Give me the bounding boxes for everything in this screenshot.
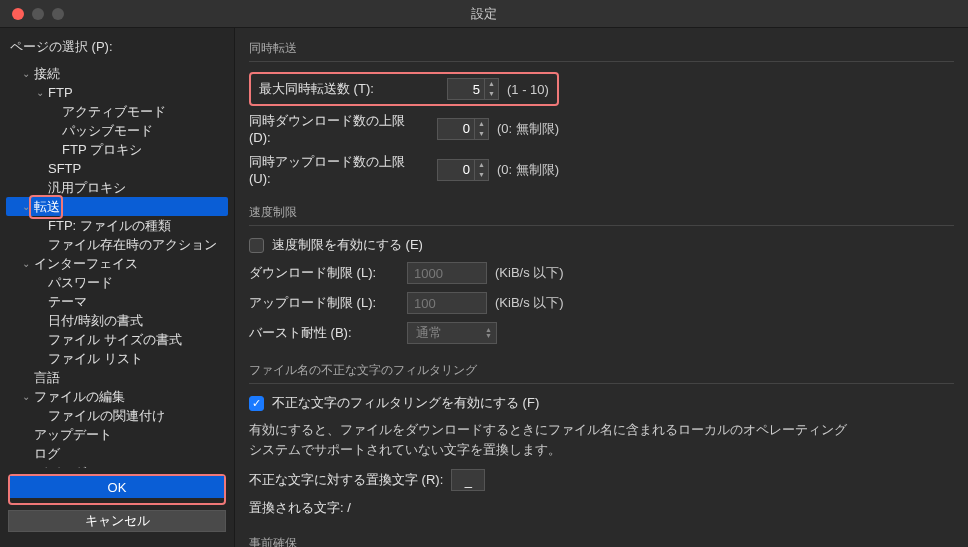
speed-enable-label: 速度制限を有効にする (E) <box>272 236 423 254</box>
tree-item-0[interactable]: ⌄接続 <box>6 64 228 83</box>
tree-item-7[interactable]: ⌄転送 <box>6 197 228 216</box>
tree-item-11[interactable]: パスワード <box>6 273 228 292</box>
tree-item-label: FTP プロキシ <box>60 141 142 159</box>
label-burst: バースト耐性 (B): <box>249 324 399 342</box>
traffic-lights <box>0 8 64 20</box>
tree-item-label: ファイル サイズの書式 <box>46 331 182 349</box>
replace-char-input[interactable] <box>451 469 485 491</box>
tree-item-label: パッシブモード <box>60 122 153 140</box>
hint-max-transfers: (1 - 10) <box>507 82 549 97</box>
burst-select[interactable]: 通常 ▲▼ <box>407 322 497 344</box>
select-down-icon: ▼ <box>485 333 492 339</box>
ul-limit-input[interactable] <box>438 162 474 177</box>
section-title-prealloc: 事前確保 <box>249 531 954 547</box>
minimize-window-icon[interactable] <box>32 8 44 20</box>
tree-item-label: インターフェイス <box>32 255 138 273</box>
content-panel: 同時転送 最大同時転送数 (T): ▲▼ (1 - 10) 同時ダウンロード数の… <box>235 28 968 547</box>
titlebar: 設定 <box>0 0 968 28</box>
tree-item-5[interactable]: SFTP <box>6 159 228 178</box>
tree-item-label: 日付/時刻の書式 <box>46 312 143 330</box>
filter-enable-checkbox[interactable]: ✓ <box>249 396 264 411</box>
spinner-down-icon[interactable]: ▼ <box>485 89 498 99</box>
max-transfers-input[interactable] <box>448 82 484 97</box>
max-transfers-spinner[interactable]: ▲▼ <box>447 78 499 100</box>
sidebar: ページの選択 (P): ⌄接続⌄FTPアクティブモードパッシブモードFTP プロ… <box>0 28 235 547</box>
tree-item-19[interactable]: アップデート <box>6 425 228 444</box>
cancel-button[interactable]: キャンセル <box>8 510 226 532</box>
tree-item-label: ログ <box>32 445 60 463</box>
tree-item-label: テーマ <box>46 293 87 311</box>
label-ul-speed: アップロード制限 (L): <box>249 294 399 312</box>
tree-item-17[interactable]: ⌄ファイルの編集 <box>6 387 228 406</box>
zoom-window-icon[interactable] <box>52 8 64 20</box>
chevron-down-icon[interactable]: ⌄ <box>20 68 32 79</box>
section-concurrent: 同時転送 最大同時転送数 (T): ▲▼ (1 - 10) 同時ダウンロード数の… <box>249 36 954 186</box>
tree-item-1[interactable]: ⌄FTP <box>6 83 228 102</box>
speed-enable-checkbox[interactable] <box>249 238 264 253</box>
tree-item-16[interactable]: 言語 <box>6 368 228 387</box>
tree-item-label: 接続 <box>32 65 60 83</box>
close-window-icon[interactable] <box>12 8 24 20</box>
tree-item-10[interactable]: ⌄インターフェイス <box>6 254 228 273</box>
section-speed: 速度制限 速度制限を有効にする (E) ダウンロード制限 (L): (KiB/s… <box>249 200 954 344</box>
label-dl-speed: ダウンロード制限 (L): <box>249 264 399 282</box>
tree-item-18[interactable]: ファイルの関連付け <box>6 406 228 425</box>
ok-button[interactable]: OK <box>10 476 224 498</box>
spinner-up-icon[interactable]: ▲ <box>475 119 488 129</box>
tree-item-label: FTP: ファイルの種類 <box>46 217 171 235</box>
chevron-down-icon[interactable]: ⌄ <box>34 87 46 98</box>
tree-item-label: 言語 <box>32 369 60 387</box>
tree-item-2[interactable]: アクティブモード <box>6 102 228 121</box>
tree-item-label: アップデート <box>32 426 112 444</box>
spinner-up-icon[interactable]: ▲ <box>485 79 498 89</box>
sidebar-header: ページの選択 (P): <box>0 28 234 64</box>
tree-item-3[interactable]: パッシブモード <box>6 121 228 140</box>
section-title-concurrent: 同時転送 <box>249 36 954 62</box>
tree-item-4[interactable]: FTP プロキシ <box>6 140 228 159</box>
hint-ul-limit: (0: 無制限) <box>497 161 559 179</box>
tree-item-label: パスワード <box>46 274 113 292</box>
ul-speed-input[interactable] <box>407 292 487 314</box>
tree-item-13[interactable]: 日付/時刻の書式 <box>6 311 228 330</box>
tree-item-8[interactable]: FTP: ファイルの種類 <box>6 216 228 235</box>
dl-speed-input[interactable] <box>407 262 487 284</box>
dl-limit-input[interactable] <box>438 121 474 136</box>
label-replace-char: 不正な文字に対する置換文字 (R): <box>249 471 443 489</box>
settings-tree: ⌄接続⌄FTPアクティブモードパッシブモードFTP プロキシSFTP汎用プロキシ… <box>0 64 234 468</box>
spinner-up-icon[interactable]: ▲ <box>475 160 488 170</box>
tree-item-9[interactable]: ファイル存在時のアクション <box>6 235 228 254</box>
tree-item-label: ファイル存在時のアクション <box>46 236 217 254</box>
label-ul-limit: 同時アップロード数の上限 (U): <box>249 153 429 186</box>
section-title-speed: 速度制限 <box>249 200 954 226</box>
tree-item-12[interactable]: テーマ <box>6 292 228 311</box>
tree-item-20[interactable]: ログ <box>6 444 228 463</box>
ul-limit-spinner[interactable]: ▲▼ <box>437 159 489 181</box>
hint-dl-limit: (0: 無制限) <box>497 120 559 138</box>
section-title-filter: ファイル名の不正な文字のフィルタリング <box>249 358 954 384</box>
tree-item-15[interactable]: ファイル リスト <box>6 349 228 368</box>
tree-item-label: ファイルの編集 <box>32 388 125 406</box>
window-title: 設定 <box>471 5 497 23</box>
label-dl-limit: 同時ダウンロード数の上限 (D): <box>249 112 429 145</box>
tree-item-label: 汎用プロキシ <box>46 179 126 197</box>
replaced-chars-label: 置換される文字: / <box>249 499 351 517</box>
filter-enable-label: 不正な文字のフィルタリングを有効にする (F) <box>272 394 539 412</box>
chevron-down-icon[interactable]: ⌄ <box>20 391 32 402</box>
burst-select-value: 通常 <box>416 324 442 342</box>
spinner-down-icon[interactable]: ▼ <box>475 129 488 139</box>
section-prealloc: 事前確保 ダウンロード前に領域を事前確保する (A) <box>249 531 954 547</box>
tree-item-label: SFTP <box>46 161 81 176</box>
chevron-down-icon[interactable]: ⌄ <box>20 258 32 269</box>
tree-item-label: アクティブモード <box>60 103 166 121</box>
tree-item-label: ファイル リスト <box>46 350 143 368</box>
unit-ul-speed: (KiB/s 以下) <box>495 294 564 312</box>
dl-limit-spinner[interactable]: ▲▼ <box>437 118 489 140</box>
label-max-transfers: 最大同時転送数 (T): <box>259 80 439 98</box>
tree-item-14[interactable]: ファイル サイズの書式 <box>6 330 228 349</box>
filter-description: 有効にすると、ファイルをダウンロードするときにファイル名に含まれるローカルのオペ… <box>249 420 954 459</box>
spinner-down-icon[interactable]: ▼ <box>475 170 488 180</box>
tree-item-label: ファイルの関連付け <box>46 407 165 425</box>
section-filter: ファイル名の不正な文字のフィルタリング ✓ 不正な文字のフィルタリングを有効にす… <box>249 358 954 517</box>
tree-item-label: 転送 <box>32 199 60 214</box>
tree-item-label: FTP <box>46 85 73 100</box>
